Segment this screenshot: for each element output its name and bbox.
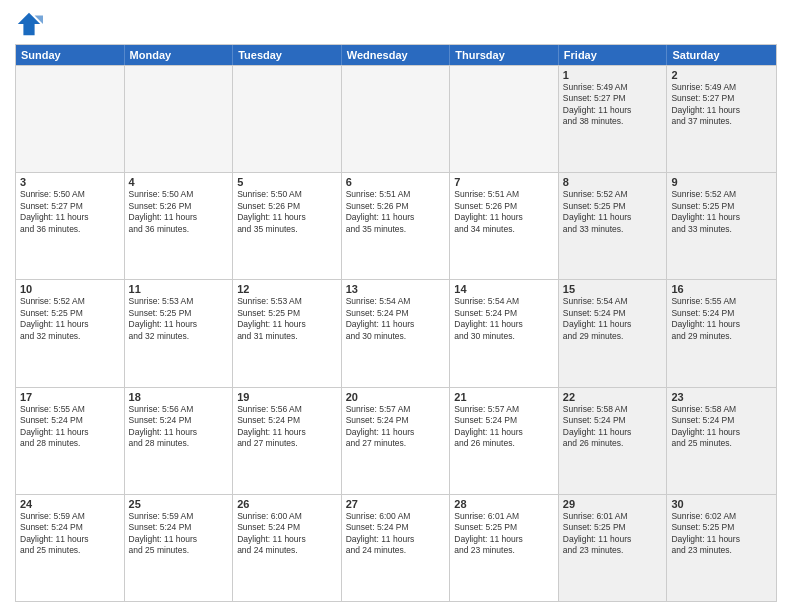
day-info: Sunrise: 5:51 AM Sunset: 5:26 PM Dayligh… [346, 189, 446, 235]
day-info: Sunrise: 5:56 AM Sunset: 5:24 PM Dayligh… [129, 404, 229, 450]
day-info: Sunrise: 6:00 AM Sunset: 5:24 PM Dayligh… [237, 511, 337, 557]
calendar-cell: 18Sunrise: 5:56 AM Sunset: 5:24 PM Dayli… [125, 388, 234, 494]
calendar-cell: 27Sunrise: 6:00 AM Sunset: 5:24 PM Dayli… [342, 495, 451, 601]
day-number: 28 [454, 498, 554, 510]
day-info: Sunrise: 5:56 AM Sunset: 5:24 PM Dayligh… [237, 404, 337, 450]
calendar-cell: 21Sunrise: 5:57 AM Sunset: 5:24 PM Dayli… [450, 388, 559, 494]
day-info: Sunrise: 5:50 AM Sunset: 5:26 PM Dayligh… [129, 189, 229, 235]
day-number: 6 [346, 176, 446, 188]
calendar-cell: 2Sunrise: 5:49 AM Sunset: 5:27 PM Daylig… [667, 66, 776, 172]
calendar: SundayMondayTuesdayWednesdayThursdayFrid… [15, 44, 777, 602]
day-info: Sunrise: 6:02 AM Sunset: 5:25 PM Dayligh… [671, 511, 772, 557]
calendar-week: 17Sunrise: 5:55 AM Sunset: 5:24 PM Dayli… [16, 387, 776, 494]
day-info: Sunrise: 6:01 AM Sunset: 5:25 PM Dayligh… [454, 511, 554, 557]
calendar-body: 1Sunrise: 5:49 AM Sunset: 5:27 PM Daylig… [16, 65, 776, 601]
day-info: Sunrise: 5:54 AM Sunset: 5:24 PM Dayligh… [563, 296, 663, 342]
day-number: 23 [671, 391, 772, 403]
day-number: 1 [563, 69, 663, 81]
day-info: Sunrise: 5:52 AM Sunset: 5:25 PM Dayligh… [671, 189, 772, 235]
day-info: Sunrise: 5:51 AM Sunset: 5:26 PM Dayligh… [454, 189, 554, 235]
calendar-cell: 30Sunrise: 6:02 AM Sunset: 5:25 PM Dayli… [667, 495, 776, 601]
calendar-cell: 9Sunrise: 5:52 AM Sunset: 5:25 PM Daylig… [667, 173, 776, 279]
day-number: 10 [20, 283, 120, 295]
calendar-cell: 10Sunrise: 5:52 AM Sunset: 5:25 PM Dayli… [16, 280, 125, 386]
day-number: 2 [671, 69, 772, 81]
day-number: 22 [563, 391, 663, 403]
calendar-cell: 16Sunrise: 5:55 AM Sunset: 5:24 PM Dayli… [667, 280, 776, 386]
day-info: Sunrise: 5:54 AM Sunset: 5:24 PM Dayligh… [346, 296, 446, 342]
weekday-header: Friday [559, 45, 668, 65]
calendar-cell: 23Sunrise: 5:58 AM Sunset: 5:24 PM Dayli… [667, 388, 776, 494]
day-info: Sunrise: 5:54 AM Sunset: 5:24 PM Dayligh… [454, 296, 554, 342]
logo [15, 10, 47, 38]
day-info: Sunrise: 5:57 AM Sunset: 5:24 PM Dayligh… [454, 404, 554, 450]
calendar-cell: 13Sunrise: 5:54 AM Sunset: 5:24 PM Dayli… [342, 280, 451, 386]
day-number: 4 [129, 176, 229, 188]
calendar-cell: 7Sunrise: 5:51 AM Sunset: 5:26 PM Daylig… [450, 173, 559, 279]
calendar-cell: 22Sunrise: 5:58 AM Sunset: 5:24 PM Dayli… [559, 388, 668, 494]
calendar-cell [450, 66, 559, 172]
day-number: 26 [237, 498, 337, 510]
weekday-header: Wednesday [342, 45, 451, 65]
weekday-header: Tuesday [233, 45, 342, 65]
calendar-cell: 4Sunrise: 5:50 AM Sunset: 5:26 PM Daylig… [125, 173, 234, 279]
day-number: 11 [129, 283, 229, 295]
calendar-cell: 25Sunrise: 5:59 AM Sunset: 5:24 PM Dayli… [125, 495, 234, 601]
day-info: Sunrise: 5:55 AM Sunset: 5:24 PM Dayligh… [20, 404, 120, 450]
day-number: 17 [20, 391, 120, 403]
day-info: Sunrise: 5:57 AM Sunset: 5:24 PM Dayligh… [346, 404, 446, 450]
calendar-cell [125, 66, 234, 172]
page: SundayMondayTuesdayWednesdayThursdayFrid… [0, 0, 792, 612]
calendar-week: 24Sunrise: 5:59 AM Sunset: 5:24 PM Dayli… [16, 494, 776, 601]
weekday-header: Saturday [667, 45, 776, 65]
day-number: 29 [563, 498, 663, 510]
day-info: Sunrise: 5:58 AM Sunset: 5:24 PM Dayligh… [671, 404, 772, 450]
day-info: Sunrise: 5:55 AM Sunset: 5:24 PM Dayligh… [671, 296, 772, 342]
weekday-header: Sunday [16, 45, 125, 65]
calendar-week: 3Sunrise: 5:50 AM Sunset: 5:27 PM Daylig… [16, 172, 776, 279]
day-number: 7 [454, 176, 554, 188]
calendar-cell: 5Sunrise: 5:50 AM Sunset: 5:26 PM Daylig… [233, 173, 342, 279]
day-number: 9 [671, 176, 772, 188]
calendar-cell: 29Sunrise: 6:01 AM Sunset: 5:25 PM Dayli… [559, 495, 668, 601]
day-info: Sunrise: 5:49 AM Sunset: 5:27 PM Dayligh… [563, 82, 663, 128]
day-number: 16 [671, 283, 772, 295]
day-number: 20 [346, 391, 446, 403]
day-number: 3 [20, 176, 120, 188]
calendar-cell: 6Sunrise: 5:51 AM Sunset: 5:26 PM Daylig… [342, 173, 451, 279]
day-info: Sunrise: 5:52 AM Sunset: 5:25 PM Dayligh… [20, 296, 120, 342]
day-number: 14 [454, 283, 554, 295]
day-info: Sunrise: 5:50 AM Sunset: 5:27 PM Dayligh… [20, 189, 120, 235]
day-number: 19 [237, 391, 337, 403]
day-number: 30 [671, 498, 772, 510]
day-number: 5 [237, 176, 337, 188]
day-info: Sunrise: 5:52 AM Sunset: 5:25 PM Dayligh… [563, 189, 663, 235]
calendar-week: 1Sunrise: 5:49 AM Sunset: 5:27 PM Daylig… [16, 65, 776, 172]
day-info: Sunrise: 5:49 AM Sunset: 5:27 PM Dayligh… [671, 82, 772, 128]
day-info: Sunrise: 5:53 AM Sunset: 5:25 PM Dayligh… [237, 296, 337, 342]
day-info: Sunrise: 5:50 AM Sunset: 5:26 PM Dayligh… [237, 189, 337, 235]
weekday-header: Monday [125, 45, 234, 65]
header [15, 10, 777, 38]
day-number: 12 [237, 283, 337, 295]
calendar-week: 10Sunrise: 5:52 AM Sunset: 5:25 PM Dayli… [16, 279, 776, 386]
day-info: Sunrise: 5:59 AM Sunset: 5:24 PM Dayligh… [20, 511, 120, 557]
day-number: 8 [563, 176, 663, 188]
calendar-cell: 1Sunrise: 5:49 AM Sunset: 5:27 PM Daylig… [559, 66, 668, 172]
day-info: Sunrise: 5:59 AM Sunset: 5:24 PM Dayligh… [129, 511, 229, 557]
day-number: 18 [129, 391, 229, 403]
calendar-header: SundayMondayTuesdayWednesdayThursdayFrid… [16, 45, 776, 65]
logo-icon [15, 10, 43, 38]
calendar-cell: 14Sunrise: 5:54 AM Sunset: 5:24 PM Dayli… [450, 280, 559, 386]
day-number: 27 [346, 498, 446, 510]
calendar-cell: 15Sunrise: 5:54 AM Sunset: 5:24 PM Dayli… [559, 280, 668, 386]
calendar-cell [342, 66, 451, 172]
calendar-cell: 17Sunrise: 5:55 AM Sunset: 5:24 PM Dayli… [16, 388, 125, 494]
day-number: 21 [454, 391, 554, 403]
weekday-header: Thursday [450, 45, 559, 65]
calendar-cell [16, 66, 125, 172]
day-number: 24 [20, 498, 120, 510]
day-number: 15 [563, 283, 663, 295]
day-info: Sunrise: 5:58 AM Sunset: 5:24 PM Dayligh… [563, 404, 663, 450]
calendar-cell: 12Sunrise: 5:53 AM Sunset: 5:25 PM Dayli… [233, 280, 342, 386]
